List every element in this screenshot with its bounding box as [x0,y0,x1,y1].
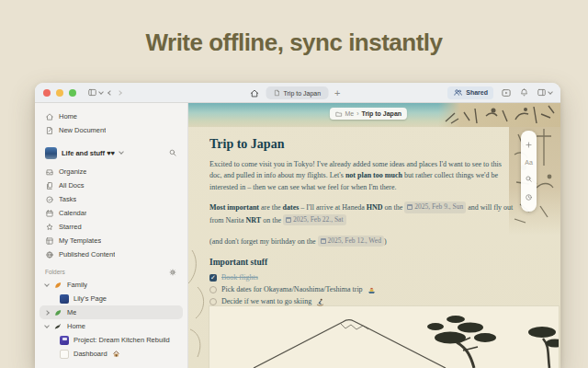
docs-icon [45,181,54,190]
chevron-down-icon [548,89,553,95]
chevron-down-icon [98,89,104,95]
search-icon[interactable] [168,148,177,157]
document-icon [274,89,281,97]
chevron-right-icon [44,310,50,316]
folder-item-dashboard[interactable]: Dashboard [35,347,187,361]
notifications-bell-button[interactable] [519,87,529,98]
checkbox-unchecked[interactable] [209,298,217,305]
margin-sketch-art [188,241,209,368]
breadcrumb[interactable]: Me › Trip to Japan [329,108,407,120]
add-block-button[interactable] [525,141,533,149]
people-icon [453,87,463,98]
app-window: Trip to Japan + Shared [35,83,560,368]
chevron-down-icon [44,323,50,328]
history-clock-icon[interactable] [525,193,533,201]
section-heading[interactable]: Important stuff [209,257,514,269]
dark-bird-icon [53,322,62,331]
back-button[interactable] [107,90,113,96]
todo-book-flights[interactable]: Book flights [209,272,514,284]
tab-label: Trip to Japan [284,90,322,97]
forward-button[interactable] [117,90,122,96]
home-tab-button[interactable] [250,88,260,98]
document-body[interactable]: Trip to Japan Excited to come visit you … [209,127,514,308]
gear-icon[interactable] [168,268,177,277]
ferry-icon [368,286,376,294]
folder-item-lilys-page[interactable]: Lily's Page [35,292,187,305]
shared-label: Shared [466,89,488,96]
folder-item-project-dream-kitchen[interactable]: Project: Dream Kitchen Rebuild [35,333,187,347]
paragraph-dates[interactable]: Most important are the dates – I'll arri… [209,201,514,227]
panel-right-icon [537,87,547,98]
sidebar-item-home[interactable]: Home [35,109,187,123]
organize-tray-icon [45,167,54,177]
sidebar-item-calendar[interactable]: Calendar [35,206,187,220]
tasks-check-circle-icon [45,195,54,204]
calendar-icon [45,209,54,218]
new-document-icon [45,126,54,135]
calendar-icon [286,217,291,223]
home-icon [45,112,54,121]
close-window-button[interactable] [43,89,51,97]
zoom-window-button[interactable] [69,89,76,97]
skier-icon [316,298,324,306]
page-thumbnail-icon [60,336,69,345]
todo-pick-dates[interactable]: Pick dates for Okayama/Naoshima/Teshima … [209,284,514,296]
new-tab-button[interactable]: + [334,88,340,98]
marketing-screenshot: Write offline, sync instantly Trip to Ja… [0,0,588,368]
sidebar: Home New Document Life and stuff ♥♥ Orga… [35,103,188,368]
checkbox-checked[interactable] [209,274,217,282]
folder-home[interactable]: Home [35,319,187,333]
tab-trip-to-japan[interactable]: Trip to Japan [266,86,329,99]
date-token[interactable]: 2025, Feb 22., Sat [283,214,346,226]
folder-family[interactable]: Family [35,278,187,292]
date-token[interactable]: 2025, Feb 12., Wed [318,236,384,247]
paragraph-birthday[interactable]: (and don't forget my birthday on the 202… [209,236,514,248]
folders-section-header: Folders [35,266,187,278]
breadcrumb-current: Trip to Japan [361,110,401,117]
breadcrumb-parent[interactable]: Me [345,110,354,117]
page-title: Write offline, sync instantly [0,29,588,57]
sidebar-item-my-templates[interactable]: My Templates [35,234,187,247]
panel-left-icon [87,87,97,98]
templates-icon [45,236,54,246]
calendar-icon [321,238,326,244]
orange-leaf-icon [53,281,62,290]
workspace-avatar [45,147,57,159]
document-title[interactable]: Trip to Japan [209,139,514,151]
chevron-down-icon [44,282,50,287]
sidebar-item-all-docs[interactable]: All Docs [35,178,187,192]
sidebar-item-published-content[interactable]: Published Content [35,247,187,261]
house-emoji-icon [112,350,120,358]
floating-toolbar: Aa [521,131,537,212]
sidebar-item-organize[interactable]: Organize [35,165,187,178]
checkbox-unchecked[interactable] [209,286,217,293]
chevron-down-icon [119,149,124,155]
green-leaf-icon [53,308,62,317]
page-thumbnail-icon [60,350,69,359]
page-thumbnail-icon [60,294,69,304]
workspace-switcher[interactable]: Life and stuff ♥♥ [35,144,187,161]
breadcrumb-separator: › [356,110,358,117]
search-icon[interactable] [525,175,533,183]
toggle-right-panel-button[interactable] [537,87,552,98]
calendar-icon [407,204,413,210]
published-globe-icon [45,250,54,259]
folder-me[interactable]: Me [40,305,183,319]
present-button[interactable] [501,87,512,98]
sidebar-item-new-document[interactable]: New Document [35,123,187,137]
minimize-window-button[interactable] [56,89,63,97]
cover-art-print [438,103,560,127]
toggle-sidebar-button[interactable] [87,87,103,98]
text-style-button[interactable]: Aa [525,159,533,166]
paragraph-intro[interactable]: Excited to come visit you in Tokyo! I've… [209,159,514,194]
titlebar: Trip to Japan + Shared [35,83,560,103]
star-icon [45,223,54,232]
inline-image-fuji-print[interactable] [209,306,559,368]
sidebar-item-starred[interactable]: Starred [35,220,187,234]
date-token[interactable]: 2025, Feb 9., Sun [404,201,466,213]
shared-button[interactable]: Shared [447,86,493,99]
document-canvas: Me › Trip to Japan Trip to Japan Excited… [188,103,560,368]
sidebar-item-tasks[interactable]: Tasks [35,192,187,206]
folder-icon [334,110,342,118]
